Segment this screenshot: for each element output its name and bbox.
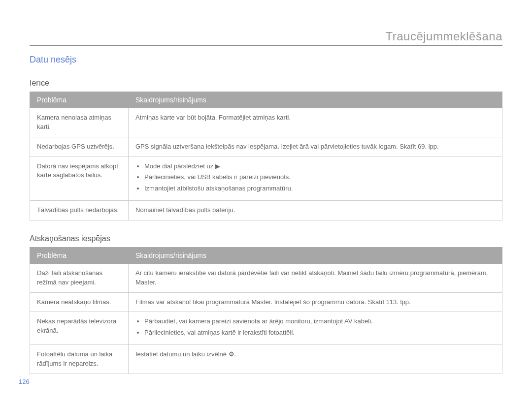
cell-problem: Datorā nav iespējams atkopt kartē saglab… — [30, 157, 129, 201]
list-item: Pārliecinieties, vai atmiņas kartē ir ie… — [144, 328, 495, 338]
cell-problem: Kamera neatskaņo filmas. — [30, 292, 129, 312]
table-row: Daži faili atskaņošanas režīmā nav pieej… — [30, 263, 502, 292]
cell-solution: Atmiņas karte var būt bojāta. Formatējie… — [129, 108, 502, 137]
cell-solution: Pārbaudiet, vai kamera pareizi savienota… — [129, 312, 502, 345]
table-row: Nedarbojas GPS uztvērējs. GPS signāla uz… — [30, 137, 502, 157]
subsection-device: Ierīce — [30, 79, 502, 88]
chapter-title: Traucējummeklēšana — [385, 30, 502, 43]
table-row: Nekas neparādās televizora ekrānā. Pārba… — [30, 312, 502, 345]
cell-solution: GPS signāla uztveršana iekštelpās nav ie… — [129, 137, 502, 157]
table-row: Kamera neatskaņo filmas. Filmas var atsk… — [30, 292, 502, 312]
cell-problem: Fotoattēlu datuma un laika rādījums ir n… — [30, 345, 129, 374]
table-device: Problēma Skaidrojums/risinājums Kamera n… — [30, 92, 502, 220]
th-solution: Skaidrojums/risinājums — [129, 92, 502, 108]
list-item: Mode dial pārslēdziet uz ▶. — [144, 162, 495, 171]
subsection-playback: Atskaņošanas iespējas — [30, 234, 502, 243]
table-playback: Problēma Skaidrojums/risinājums Daži fai… — [30, 247, 502, 374]
table-row: Tālvadības pults nedarbojas. Nomainiet t… — [30, 201, 502, 220]
page-number: 126 — [19, 378, 30, 385]
cell-solution: Ar citu kameru ierakstītie vai datorā pā… — [129, 263, 502, 292]
table-row: Kamera nenolasa atmiņas karti. Atmiņas k… — [30, 108, 502, 137]
list-item: Pārliecinieties, vai USB kabelis ir pare… — [144, 173, 495, 182]
cell-problem: Nekas neparādās televizora ekrānā. — [30, 312, 129, 345]
table-row: Datorā nav iespējams atkopt kartē saglab… — [30, 157, 502, 201]
cell-solution: Mode dial pārslēdziet uz ▶. Pārlieciniet… — [129, 157, 502, 201]
list-item: Izmantojiet atbilstošu atskaņošanas prog… — [144, 184, 495, 193]
section-title: Datu nesējs — [30, 55, 502, 65]
th-solution: Skaidrojums/risinājums — [129, 247, 502, 263]
cell-solution: Filmas var atskaņot tikai programmatūrā … — [129, 292, 502, 312]
th-problem: Problēma — [30, 247, 129, 263]
cell-solution: Nomainiet tālvadības pults bateriju. — [129, 201, 502, 220]
cell-problem: Daži faili atskaņošanas režīmā nav pieej… — [30, 263, 129, 292]
cell-solution: Iestatiet datumu un laiku izvēlnē ⚙. — [129, 345, 502, 374]
cell-problem: Kamera nenolasa atmiņas karti. — [30, 108, 129, 137]
table-row: Fotoattēlu datuma un laika rādījums ir n… — [30, 345, 502, 374]
list-item: Pārbaudiet, vai kamera pareizi savienota… — [144, 317, 495, 326]
cell-problem: Tālvadības pults nedarbojas. — [30, 201, 129, 220]
th-problem: Problēma — [30, 92, 129, 108]
cell-problem: Nedarbojas GPS uztvērējs. — [30, 137, 129, 157]
